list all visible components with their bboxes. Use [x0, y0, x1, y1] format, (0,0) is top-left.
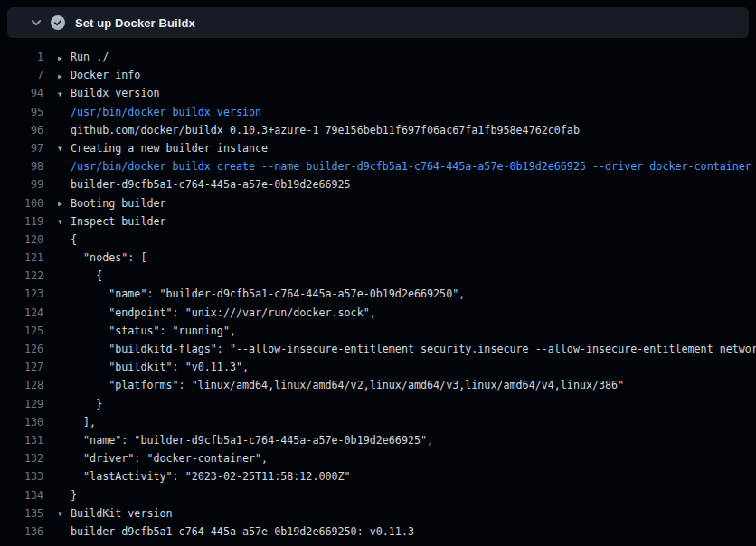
log-row: 127 "buildkit": "v0.11.3",: [0, 358, 756, 376]
line-number[interactable]: 96: [0, 121, 43, 139]
line-number[interactable]: 94: [0, 84, 43, 102]
line-content[interactable]: ▶Run ./: [58, 48, 756, 66]
line-number[interactable]: 122: [0, 267, 43, 285]
log-row: 135 ▼BuildKit version: [0, 504, 756, 522]
line-number[interactable]: 131: [0, 431, 43, 449]
log-row: 133 "lastActivity": "2023-02-25T11:58:12…: [0, 467, 756, 485]
group-toggle-icon[interactable]: ▼: [58, 505, 71, 522]
line-text: Inspect builder: [71, 215, 166, 228]
line-number[interactable]: 126: [0, 340, 43, 358]
line-number[interactable]: 99: [0, 175, 43, 193]
chevron-down-icon[interactable]: [29, 15, 43, 30]
log-row: 97 ▼Creating a new builder instance: [0, 139, 756, 157]
line-text: {: [71, 269, 102, 282]
group-toggle-icon[interactable]: ▼: [58, 86, 71, 103]
line-number[interactable]: 121: [0, 249, 43, 267]
line-number[interactable]: 98: [0, 157, 43, 175]
line-number[interactable]: 125: [0, 322, 43, 340]
line-text: "buildkitd-flags": "--allow-insecure-ent…: [71, 343, 756, 355]
group-toggle-icon[interactable]: ▶: [58, 50, 71, 67]
line-number[interactable]: 119: [0, 212, 43, 231]
line-text: "endpoint": "unix:///var/run/docker.sock…: [71, 306, 376, 319]
line-text: builder-d9cfb5a1-c764-445a-a57e-0b19d2e6…: [71, 178, 351, 191]
log-row: 120 {: [0, 231, 756, 249]
line-number[interactable]: 128: [0, 376, 43, 394]
line-number[interactable]: 130: [0, 413, 43, 431]
line-content: {: [58, 267, 756, 285]
log-row: 124 "endpoint": "unix:///var/run/docker.…: [0, 304, 756, 322]
line-text: /usr/bin/docker buildx version: [71, 106, 261, 118]
line-number[interactable]: 129: [0, 395, 43, 413]
line-content[interactable]: ▼Inspect builder: [58, 212, 756, 231]
line-number[interactable]: 124: [0, 304, 43, 322]
log-row: 100 ▶Booting builder: [0, 194, 756, 212]
line-text: BuildKit version: [71, 507, 173, 520]
line-content[interactable]: ▶Docker info: [58, 66, 756, 84]
line-content: "name": "builder-d9cfb5a1-c764-445a-a57e…: [58, 285, 756, 303]
line-content: "lastActivity": "2023-02-25T11:58:12.000…: [58, 467, 756, 485]
line-content: "status": "running",: [58, 322, 756, 340]
line-text: "driver": "docker-container",: [71, 452, 268, 465]
line-number[interactable]: 127: [0, 358, 43, 376]
line-content: "name": "builder-d9cfb5a1-c764-445a-a57e…: [58, 431, 756, 449]
log-row: 126 "buildkitd-flags": "--allow-insecure…: [0, 340, 756, 358]
group-toggle-icon[interactable]: ▶: [58, 68, 71, 85]
line-content[interactable]: ▼Buildx version: [58, 84, 756, 102]
line-number[interactable]: 123: [0, 285, 43, 303]
line-text: "platforms": "linux/amd64,linux/amd64/v2…: [71, 379, 624, 391]
log-row: 132 "driver": "docker-container",: [0, 449, 756, 467]
line-text: github.com/docker/buildx 0.10.3+azure-1 …: [71, 124, 580, 136]
group-toggle-icon[interactable]: ▶: [58, 195, 71, 212]
line-text: Run ./: [71, 51, 109, 63]
line-number[interactable]: 135: [0, 504, 43, 522]
line-number[interactable]: 7: [0, 66, 43, 84]
line-content: }: [58, 486, 756, 504]
line-text: "name": "builder-d9cfb5a1-c764-445a-a57e…: [71, 287, 465, 300]
line-number[interactable]: 120: [0, 231, 43, 249]
line-text: "lastActivity": "2023-02-25T11:58:12.000…: [71, 470, 351, 483]
line-text: Buildx version: [71, 87, 160, 99]
line-text: "nodes": [: [71, 251, 146, 264]
line-content: builder-d9cfb5a1-c764-445a-a57e-0b19d2e6…: [58, 175, 756, 193]
line-content: /usr/bin/docker buildx create --name bui…: [58, 157, 756, 175]
line-number[interactable]: 97: [0, 139, 43, 157]
line-content[interactable]: ▼BuildKit version: [58, 504, 756, 522]
log-row: 119 ▼Inspect builder: [0, 212, 756, 231]
log-row: 136 builder-d9cfb5a1-c764-445a-a57e-0b19…: [0, 522, 756, 541]
step-header[interactable]: Set up Docker Buildx: [7, 7, 749, 38]
line-content: "endpoint": "unix:///var/run/docker.sock…: [58, 304, 756, 322]
line-number[interactable]: 136: [0, 522, 43, 541]
group-toggle-icon[interactable]: ▼: [58, 213, 71, 231]
line-content: ],: [58, 413, 756, 431]
line-number[interactable]: 95: [0, 103, 43, 121]
line-content: github.com/docker/buildx 0.10.3+azure-1 …: [58, 121, 756, 139]
step-title: Set up Docker Buildx: [75, 16, 195, 30]
line-content: "driver": "docker-container",: [58, 449, 756, 467]
log-row: 128 "platforms": "linux/amd64,linux/amd6…: [0, 376, 756, 394]
log-row: 125 "status": "running",: [0, 322, 756, 340]
group-toggle-icon[interactable]: ▼: [58, 140, 71, 157]
line-content[interactable]: ▼Creating a new builder instance: [58, 139, 756, 157]
line-text: Docker info: [71, 69, 140, 81]
line-content[interactable]: ▶Booting builder: [58, 194, 756, 212]
log-row: 96 github.com/docker/buildx 0.10.3+azure…: [0, 121, 756, 139]
line-content: "buildkit": "v0.11.3",: [58, 358, 756, 376]
log-row: 122 {: [0, 267, 756, 285]
log-row: 123 "name": "builder-d9cfb5a1-c764-445a-…: [0, 285, 756, 303]
line-number[interactable]: 134: [0, 486, 43, 504]
log-row: 131 "name": "builder-d9cfb5a1-c764-445a-…: [0, 431, 756, 449]
log-row: 7 ▶Docker info: [0, 66, 756, 84]
line-content: "platforms": "linux/amd64,linux/amd64/v2…: [58, 376, 756, 394]
log-row: 95 /usr/bin/docker buildx version: [0, 103, 756, 121]
line-content: builder-d9cfb5a1-c764-445a-a57e-0b19d2e6…: [58, 522, 756, 541]
log-row: 1 ▶Run ./: [0, 48, 756, 66]
line-number[interactable]: 133: [0, 467, 43, 485]
line-text: }: [71, 489, 77, 502]
line-number[interactable]: 132: [0, 449, 43, 467]
line-text: builder-d9cfb5a1-c764-445a-a57e-0b19d2e6…: [71, 525, 414, 538]
line-text: /usr/bin/docker buildx create --name bui…: [71, 160, 751, 173]
line-number[interactable]: 1: [0, 48, 43, 66]
line-text: "name": "builder-d9cfb5a1-c764-445a-a57e…: [71, 434, 433, 447]
line-number[interactable]: 100: [0, 194, 43, 212]
line-content: {: [58, 231, 756, 249]
